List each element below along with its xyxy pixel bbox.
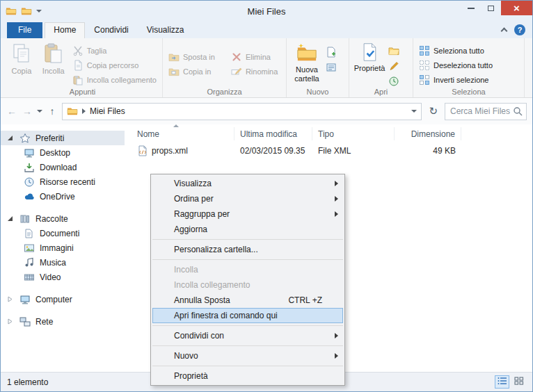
- deselect-all-icon: [419, 60, 430, 71]
- close-button[interactable]: ×: [501, 1, 532, 15]
- new-folder-icon: [296, 42, 317, 63]
- edit-button[interactable]: [387, 58, 406, 74]
- breadcrumb[interactable]: Miei Files: [62, 103, 422, 120]
- easy-access-button[interactable]: [324, 60, 344, 75]
- expand-triangle-icon[interactable]: [7, 135, 13, 141]
- menu-item-visualizza[interactable]: Visualizza: [151, 176, 344, 191]
- file-name: props.xml: [152, 146, 188, 156]
- menu-item-condividi-con[interactable]: Condividi con: [151, 328, 344, 343]
- tab-visualizza[interactable]: Visualizza: [138, 22, 193, 38]
- new-folder-button[interactable]: Nuova cartella: [289, 40, 324, 83]
- new-item-icon: [326, 47, 337, 58]
- properties-label: Proprietà: [354, 64, 385, 73]
- tab-home[interactable]: Home: [45, 22, 85, 38]
- menu-item-proprieta[interactable]: Proprietà: [151, 368, 344, 384]
- collapse-triangle-icon[interactable]: [7, 296, 13, 302]
- menu-item-personalizza-cartella[interactable]: Personalizza cartella...: [151, 242, 344, 257]
- column-header-dimensione[interactable]: Dimensione: [395, 127, 461, 140]
- menu-item-apri-finestra-di-comando-qui[interactable]: Apri finestra di comando qui: [152, 308, 343, 323]
- paste-button: Incolla: [38, 40, 70, 76]
- menu-item-ordina-per[interactable]: Ordina per: [151, 191, 344, 206]
- tab-file[interactable]: File: [7, 22, 42, 38]
- ribbon-group-seleziona: Seleziona tutto Deseleziona tutto Invert…: [413, 38, 525, 97]
- sidebar-item-onedrive[interactable]: OneDrive: [1, 189, 125, 204]
- sidebar-item-immagini[interactable]: Immagini: [1, 240, 125, 255]
- close-icon: ×: [514, 2, 520, 14]
- file-modified-cell: 02/03/2015 09.35: [234, 146, 312, 156]
- recent-locations-button chevron-down-icon[interactable]: [37, 110, 42, 113]
- window-title: Miei Files: [1, 6, 532, 17]
- column-header-label: Tipo: [318, 129, 334, 139]
- menu-item-incolla-collegamento: Incolla collegamento: [151, 277, 344, 293]
- sidebar-item-documenti[interactable]: Documenti: [1, 226, 125, 240]
- menu-item-shortcut: CTRL +Z: [288, 295, 339, 305]
- scissors-icon: [72, 45, 83, 56]
- back-button back-arrow-icon[interactable]: ←: [6, 106, 17, 117]
- copy-path-icon: [72, 60, 83, 71]
- network-icon: [19, 316, 31, 327]
- maximize-button[interactable]: [481, 1, 501, 15]
- sidebar-item-download[interactable]: Download: [1, 160, 125, 174]
- column-header-label: Ultima modifica: [240, 129, 297, 139]
- select-all-label: Seleziona tutto: [433, 47, 484, 55]
- column-header-tipo[interactable]: Tipo: [312, 127, 395, 140]
- sidebar-item-musica[interactable]: Musica: [1, 255, 125, 270]
- ribbon-tabstrip: File Home Condividi Visualizza ?: [1, 22, 532, 38]
- breadcrumb-segment[interactable]: Miei Files: [90, 106, 125, 116]
- up-button up-arrow-icon[interactable]: ↑: [47, 106, 58, 117]
- help-button question-icon[interactable]: ?: [514, 24, 525, 35]
- breadcrumb-dropdown-button chevron-down-icon[interactable]: [411, 110, 417, 113]
- collapse-triangle-icon[interactable]: [7, 318, 13, 325]
- submenu-arrow-icon: [335, 333, 338, 338]
- thumbnail-view-button[interactable]: [511, 375, 526, 389]
- sidebar-item-preferiti[interactable]: Preferiti: [1, 131, 125, 145]
- explorer-window: Miei Files × File Home Condividi Visuali…: [0, 0, 533, 392]
- search-input[interactable]: [450, 106, 510, 116]
- sidebar-item-desktop[interactable]: Desktop: [1, 145, 125, 160]
- sidebar-item-video[interactable]: Video: [1, 270, 125, 284]
- column-headers: Nome Ultima modifica Tipo Dimensione: [132, 124, 532, 143]
- sidebar-item-risorse-recenti[interactable]: Risorse recenti: [1, 174, 125, 189]
- delete-label: Elimina: [246, 53, 271, 61]
- column-header-ultima-modifica[interactable]: Ultima modifica: [234, 127, 312, 140]
- tab-condividi[interactable]: Condividi: [85, 22, 137, 38]
- sidebar-item-rete[interactable]: Rete: [1, 314, 125, 329]
- submenu-arrow-icon: [335, 196, 338, 202]
- menu-separator: [152, 259, 343, 260]
- menu-item-annulla-sposta[interactable]: Annulla Sposta CTRL +Z: [151, 293, 344, 308]
- minimize-button[interactable]: [461, 1, 481, 15]
- sidebar-item-raccolte[interactable]: Raccolte: [1, 211, 125, 226]
- new-item-button[interactable]: [324, 44, 344, 60]
- open-button[interactable]: [387, 43, 406, 58]
- collapse-ribbon-button chevron-up-icon[interactable]: [501, 28, 508, 35]
- history-button[interactable]: [387, 74, 406, 89]
- properties-button[interactable]: Proprietà: [352, 40, 387, 75]
- rename-button: Rinomina: [228, 64, 281, 79]
- sidebar-item-computer[interactable]: Computer: [1, 292, 125, 307]
- menu-item-aggiorna[interactable]: Aggiorna: [151, 222, 344, 237]
- recent-clock-icon: [24, 177, 35, 188]
- menu-item-label: Visualizza: [174, 179, 212, 188]
- file-size-cell: 49 KB: [395, 146, 461, 156]
- menu-item-label: Condividi con: [174, 331, 224, 341]
- sidebar-item-label: Risorse recenti: [40, 177, 95, 187]
- menu-item-raggruppa-per[interactable]: Raggruppa per: [151, 206, 344, 222]
- column-header-nome[interactable]: Nome: [132, 127, 234, 140]
- history-clock-icon: [388, 76, 399, 87]
- deselect-all-button[interactable]: Deseleziona tutto: [416, 58, 521, 72]
- new-folder-label: Nuova cartella: [289, 65, 324, 83]
- move-to-folder-icon: [168, 51, 180, 63]
- minimize-icon: [468, 8, 475, 9]
- copy-to-label: Copia in: [183, 67, 211, 76]
- refresh-button refresh-icon[interactable]: ↻: [426, 105, 440, 117]
- table-row[interactable]: props.xml 02/03/2015 09.35 File XML 49 K…: [132, 143, 532, 158]
- forward-button forward-arrow-icon[interactable]: →: [22, 106, 33, 117]
- invert-selection-button[interactable]: Inverti selezione: [416, 72, 521, 87]
- menu-item-nuovo[interactable]: Nuovo: [151, 348, 344, 364]
- expand-triangle-icon[interactable]: [7, 215, 13, 222]
- select-all-button[interactable]: Seleziona tutto: [416, 43, 521, 58]
- details-view-button[interactable]: [495, 375, 509, 389]
- paste-icon: [42, 42, 65, 65]
- ribbon-group-nuovo: Nuova cartella: [287, 38, 349, 97]
- address-bar: ← → ↑ Miei Files ↻: [1, 98, 532, 124]
